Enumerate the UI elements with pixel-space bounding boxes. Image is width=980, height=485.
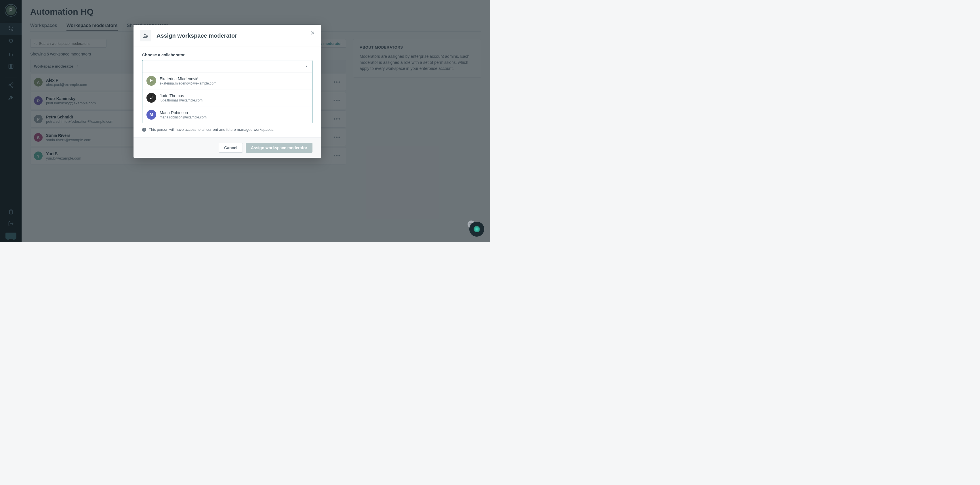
combobox-option[interactable]: EEkaterina Mladenovićekaterina.mladenovi… [142,73,312,89]
modal-info-line: i This person will have access to all cu… [142,127,312,132]
combobox-input[interactable]: ▲ [142,60,312,73]
assign-workspace-moderator-button[interactable]: Assign workspace moderator [246,143,312,153]
collaborator-combobox: ▲ EEkaterina Mladenovićekaterina.mladeno… [142,60,312,123]
collaborator-field-label: Choose a collaborator [142,52,312,57]
info-text: This person will have access to all curr… [149,127,274,132]
option-email: ekaterina.mladenović@example.com [160,81,216,86]
option-name: Jude Thomas [160,94,202,98]
modal-title: Assign workspace moderator [156,32,237,39]
combobox-option[interactable]: MMaria Robinsonmaria.robinson@example.co… [142,106,312,123]
avatar: E [146,76,156,86]
person-shield-icon [140,30,151,41]
avatar: M [146,110,156,120]
option-name: Maria Robinson [160,110,207,115]
help-fab[interactable] [469,222,484,236]
close-button[interactable]: ✕ [310,30,315,36]
lightbulb-icon [474,226,480,232]
svg-point-15 [144,33,146,35]
option-name: Ekaterina Mladenović [160,76,216,81]
option-email: jude.thomas@example.com [160,98,202,102]
caret-up-icon: ▲ [305,65,308,68]
close-icon: ✕ [310,30,315,36]
option-email: maria.robinson@example.com [160,115,207,119]
info-icon: i [142,128,146,132]
combobox-option[interactable]: JJude Thomasjude.thomas@example.com [142,89,312,106]
cancel-button[interactable]: Cancel [219,143,243,153]
avatar: J [146,93,156,103]
assign-moderator-modal: Assign workspace moderator ✕ Choose a co… [134,25,321,158]
